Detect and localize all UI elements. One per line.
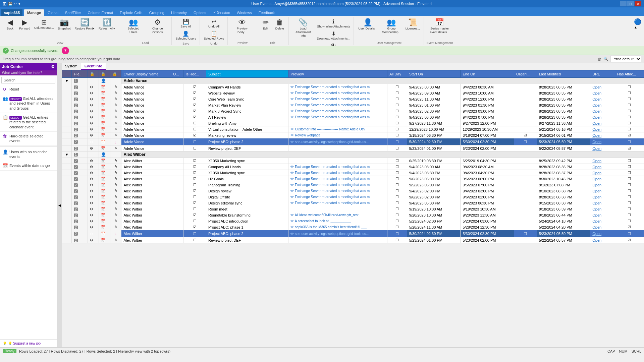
type-icon-cell[interactable]: 📅 (99, 90, 110, 96)
action-icon-cell[interactable]: ✎ (110, 170, 121, 176)
tab-explodecells[interactable]: Explode Cells (116, 9, 146, 16)
expand-cell[interactable]: ▼ (62, 152, 72, 158)
url-cell[interactable]: Open (590, 96, 615, 102)
maximize-button[interactable]: □ (627, 1, 634, 6)
user-details-button[interactable]: 👤User Details... (357, 17, 379, 32)
status-icon-cell[interactable]: ⊙ (88, 176, 99, 182)
table-row[interactable]: ▼ 1 👤 Alex Wilber (62, 152, 644, 158)
url-cell[interactable]: Open (590, 84, 615, 90)
url-cell[interactable]: Open (590, 194, 615, 200)
type-icon-cell[interactable]: 📅 (99, 102, 110, 108)
url-cell[interactable]: Open (590, 158, 615, 164)
tab-session[interactable]: ✓ Session (210, 9, 233, 16)
status-icon-cell[interactable]: ⊙ (88, 114, 99, 120)
action-icon-cell[interactable]: ✎ (110, 145, 121, 152)
table-row[interactable]: 2 ⊙ 📅 ↓ Adele Vance ☐ Project ABC: phase… (62, 138, 644, 145)
reset-action[interactable]: ↺ Reset (0, 85, 57, 94)
url-cell[interactable]: Open (590, 114, 615, 120)
table-row[interactable]: 2 ⊙ 📅 ✎ Alex Wilber ☐ Planogram Training… (62, 182, 644, 188)
type-icon-cell[interactable]: 📅 (99, 84, 110, 90)
status-icon-cell[interactable]: ⊙ (88, 164, 99, 170)
minimize-button[interactable]: ─ (620, 1, 627, 6)
col-organi[interactable]: Organi... (514, 70, 537, 78)
expand-icon[interactable]: ▼ (65, 153, 69, 157)
tab-windows[interactable]: Windows (233, 9, 255, 16)
table-row[interactable]: 2 ⊙ 📅 ✎ Alex Wilber ☑ Roundtable brainst… (62, 212, 644, 218)
status-icon-cell[interactable]: ⊙ (88, 96, 99, 102)
col-end-on[interactable]: End On (461, 70, 514, 78)
save-all-button[interactable]: 💾Save All (174, 17, 198, 29)
col-level[interactable]: Hie... (72, 70, 88, 78)
table-row[interactable]: 2 ⊙ 📅 ✎ Adele Vance ☑ Market Plan Review… (62, 102, 644, 108)
collapse-panel-button[interactable]: ◀ (57, 63, 62, 347)
col-lock2[interactable]: 🔒 (99, 70, 110, 78)
action-icon-cell[interactable]: ✎ (110, 126, 121, 132)
get-attendees-action[interactable]: 👥 SELECT Get ALL attendees and select th… (0, 94, 57, 113)
table-row[interactable]: 2 ⊙ 📅 ✎ Alex Wilber ☐ Room meet ☐ 9/19/2… (62, 206, 644, 212)
type-icon-cell[interactable]: 📅 (99, 176, 110, 182)
col-lock1[interactable]: 🔒 (88, 70, 99, 78)
table-row[interactable]: 2 ⊙ 📅 ↓ Alex Wilber ☐ Project ABC: phase… (62, 230, 644, 237)
url-cell[interactable]: Open (590, 206, 615, 212)
restore-point-button[interactable]: 🔄Restore Point▾ (73, 17, 97, 32)
gear-icon[interactable]: ⚙ (51, 64, 55, 69)
type-icon-cell[interactable]: 📅 (99, 218, 110, 224)
status-icon-cell[interactable]: ⊙ (88, 212, 99, 218)
hard-delete-action[interactable]: 🗑 Hard-delete selected events (0, 132, 57, 146)
type-icon-cell[interactable]: 📅 (99, 194, 110, 200)
licenses-button[interactable]: 📜Licenses... (404, 17, 422, 32)
status-icon-cell[interactable]: ⊙ (88, 84, 99, 90)
tab-system[interactable]: System (62, 63, 81, 70)
forward-button[interactable]: ▶Forward (17, 17, 32, 32)
table-row[interactable]: 2 ⊙ 📅 ✎ Adele Vance ☑ Company All Hands … (62, 84, 644, 90)
url-cell[interactable]: Open (590, 138, 615, 145)
url-cell[interactable]: Open (590, 224, 615, 230)
date-range-action[interactable]: 📅 Events within date range (0, 161, 57, 171)
table-row[interactable]: 2 ⊙ 📅 ✎ Alex Wilber ☐ Digital Offsite 👁 … (62, 194, 644, 200)
status-icon-cell[interactable]: ⊙ (88, 188, 99, 194)
col-url[interactable]: URL (590, 70, 615, 78)
col-subject[interactable]: Subject (206, 70, 288, 78)
action-icon-cell[interactable]: ✎ (110, 212, 121, 218)
filter-icon[interactable]: 🔍 (603, 57, 608, 61)
load-attachment-info-button[interactable]: 📎Load Attachment Info (291, 17, 315, 39)
type-icon-cell[interactable]: 📅 (99, 158, 110, 164)
no-calendar-action[interactable]: 👤 Users with no calendar events (0, 147, 57, 162)
status-icon-cell[interactable]: ⊙ (88, 90, 99, 96)
col-expand[interactable] (62, 70, 72, 78)
tab-manage[interactable]: Manage (24, 9, 44, 16)
change-options-button[interactable]: ⚙Change Options (146, 17, 169, 36)
table-row[interactable]: 2 ⊙ 📅 ✎ Alex Wilber ☑ Company All Hands … (62, 164, 644, 170)
url-cell[interactable]: Open (590, 120, 615, 126)
download-attachments-button[interactable]: ⬇Download Attachments... (316, 29, 352, 41)
close-button[interactable]: ✕ (635, 1, 641, 6)
table-row[interactable]: 2 ⊙ 📅 ✎ Adele Vance ☑ Mark 8 Project Syn… (62, 108, 644, 114)
action-icon-cell[interactable]: ✎ (110, 218, 121, 224)
tab-options[interactable]: Options (190, 9, 210, 16)
url-cell[interactable]: Open (590, 90, 615, 96)
tab-sortfilter[interactable]: Sort/Filter (62, 9, 85, 16)
type-icon-cell[interactable]: 📅 (99, 224, 110, 230)
url-cell[interactable]: Open (590, 200, 615, 206)
type-icon-cell[interactable]: 📅 (99, 132, 110, 138)
table-row[interactable]: 2 ⊙ 📅 ✎ Adele Vance ☐ Review project DEF… (62, 145, 644, 152)
group-membership-button[interactable]: 👥Group Membership... (380, 17, 403, 36)
table-row[interactable]: 2 ⊙ 📅 ✎ Alex Wilber ☐ Review project DEF… (62, 237, 644, 243)
table-row[interactable]: 2 ⊙ 📅 ✎ Adele Vance ☐ Virtual consultati… (62, 126, 644, 132)
url-cell[interactable]: Open (590, 230, 615, 237)
url-cell[interactable]: Open (590, 132, 615, 138)
preview-body-button[interactable]: 👁Preview Body... (230, 17, 254, 36)
type-icon-cell[interactable]: 📅 (99, 96, 110, 102)
url-cell[interactable]: Open (590, 108, 615, 114)
tab-hierarchy[interactable]: Hierarchy (168, 9, 190, 16)
undo-all-button[interactable]: ↩Undo All (203, 17, 225, 29)
action-icon-cell[interactable]: ✎ (110, 182, 121, 188)
refresh-all-button[interactable]: 🔃Refresh All▾ (97, 17, 117, 32)
url-cell[interactable]: Open (590, 102, 615, 108)
table-row[interactable]: 2 ⊙ 📅 ✎ Alex Wilber ☑ H2 Goals 👁 Exchang… (62, 176, 644, 182)
type-icon-cell[interactable]: 📅 (99, 126, 110, 132)
type-icon-cell[interactable]: 📅 (99, 230, 110, 237)
url-cell[interactable]: Open (590, 145, 615, 152)
url-cell[interactable]: Open (590, 212, 615, 218)
type-icon-cell[interactable]: 📅 (99, 138, 110, 145)
